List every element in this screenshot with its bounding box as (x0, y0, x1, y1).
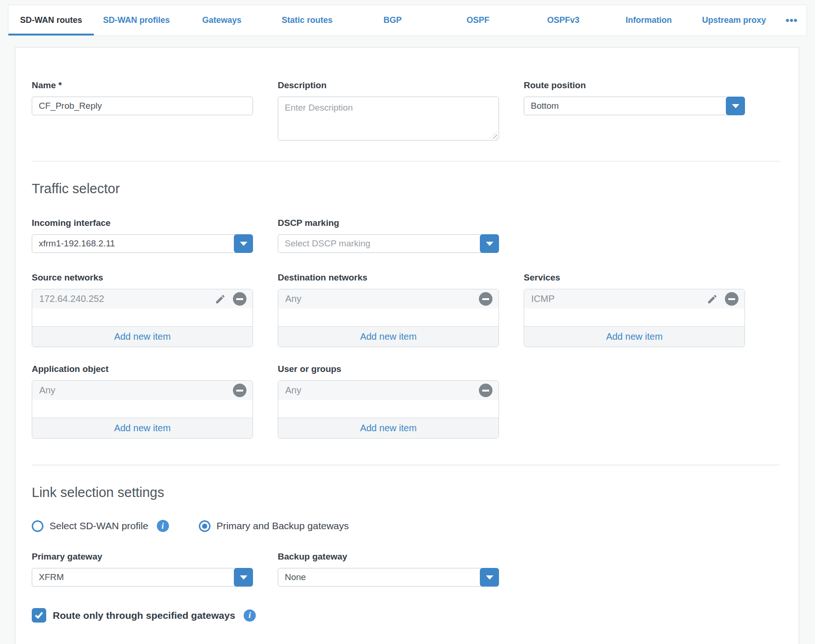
radio-label: Select SD-WAN profile (49, 520, 148, 532)
backup-gateway-field-group: Backup gateway None (278, 552, 499, 587)
radio-selected-icon[interactable] (199, 520, 211, 532)
tab-sdwan-routes[interactable]: SD-WAN routes (8, 5, 94, 35)
source-networks-label: Source networks (32, 273, 253, 283)
sdwan-route-form: Name * Description Route position Bottom… (15, 47, 799, 644)
list-item: 172.64.240.252 (32, 289, 253, 308)
remove-icon[interactable] (233, 384, 246, 397)
radio-unselected-icon[interactable] (32, 520, 43, 532)
tab-ospfv3[interactable]: OSPFv3 (520, 5, 606, 35)
source-network-value: 172.64.240.252 (39, 294, 214, 304)
name-label: Name * (32, 80, 253, 91)
remove-icon[interactable] (725, 292, 738, 306)
backup-gateway-value: None (285, 572, 306, 582)
services-add-button[interactable]: Add new item (524, 326, 745, 347)
route-position-select[interactable]: Bottom (524, 97, 745, 115)
route-only-label: Route only through specified gateways (53, 610, 235, 621)
user-or-groups-field-group: User or groups Any Add new item (278, 364, 499, 439)
user-or-groups-label: User or groups (278, 364, 499, 374)
destination-network-value: Any (285, 294, 479, 304)
more-tabs-icon[interactable]: ••• (777, 5, 807, 35)
dscp-marking-label: DSCP marking (278, 218, 499, 228)
networks-services-row: Source networks 172.64.240.252 Add new i… (32, 273, 780, 347)
remove-icon[interactable] (233, 292, 246, 306)
user-or-groups-listbox: Any Add new item (278, 380, 499, 439)
radio-select-sdwan-profile[interactable]: Select SD-WAN profile (32, 520, 148, 532)
listbox-spacer (32, 308, 253, 326)
list-item: Any (32, 381, 253, 400)
basic-settings-row: Name * Description Route position Bottom (32, 80, 780, 140)
route-only-row: Route only through specified gateways i (32, 608, 780, 623)
description-textarea[interactable] (278, 97, 499, 140)
info-icon[interactable]: i (157, 520, 169, 532)
minus-bar (236, 298, 243, 300)
dscp-marking-dropdown-button[interactable] (480, 234, 499, 253)
incoming-interface-label: Incoming interface (32, 218, 253, 228)
info-icon[interactable]: i (244, 609, 256, 622)
description-textarea-wrap (278, 97, 499, 140)
tab-bgp[interactable]: BGP (350, 5, 436, 35)
backup-gateway-dropdown-button[interactable] (480, 568, 499, 587)
radio-primary-backup-gateways[interactable]: Primary and Backup gateways (199, 520, 349, 532)
list-item: Any (278, 381, 499, 400)
dscp-marking-field-group: DSCP marking Select DSCP marking (278, 218, 499, 253)
listbox-spacer (32, 400, 253, 418)
backup-gateway-select[interactable]: None (278, 568, 499, 587)
route-position-value: Bottom (531, 101, 559, 111)
tab-static-routes[interactable]: Static routes (265, 5, 350, 35)
destination-networks-label: Destination networks (278, 273, 499, 283)
minus-bar (236, 390, 243, 392)
name-input[interactable] (32, 97, 253, 115)
chevron-down-icon (240, 242, 247, 246)
source-networks-add-button[interactable]: Add new item (32, 326, 253, 347)
application-object-field-group: Application object Any Add new item (32, 364, 253, 439)
section-divider (32, 465, 780, 465)
remove-icon[interactable] (479, 292, 492, 306)
tab-ospf[interactable]: OSPF (435, 5, 520, 35)
service-value: ICMP (531, 294, 706, 304)
checkbox-checked-icon[interactable] (32, 608, 46, 623)
list-item: Any (278, 289, 499, 308)
primary-gateway-value: XFRM (39, 572, 64, 582)
incoming-interface-value: xfrm1-192.168.2.11 (39, 238, 115, 249)
description-field-group: Description (278, 80, 499, 140)
link-selection-heading: Link selection settings (32, 485, 780, 500)
destination-networks-field-group: Destination networks Any Add new item (278, 273, 499, 347)
tab-gateways[interactable]: Gateways (179, 5, 265, 35)
remove-icon[interactable] (479, 384, 492, 397)
application-object-label: Application object (32, 364, 253, 374)
destination-networks-add-button[interactable]: Add new item (278, 326, 499, 347)
user-or-groups-value: Any (285, 385, 479, 396)
application-object-add-button[interactable]: Add new item (32, 418, 253, 438)
route-position-label: Route position (524, 80, 745, 91)
services-label: Services (524, 273, 745, 283)
primary-gateway-select[interactable]: XFRM (32, 568, 253, 587)
gateway-row: Primary gateway XFRM Backup gateway None (32, 552, 780, 587)
dscp-marking-select[interactable]: Select DSCP marking (278, 234, 499, 253)
minus-bar (482, 390, 489, 392)
source-networks-listbox: 172.64.240.252 Add new item (32, 289, 253, 347)
services-field-group: Services ICMP Add new item (524, 273, 745, 347)
route-position-dropdown-button[interactable] (726, 97, 745, 115)
user-or-groups-add-button[interactable]: Add new item (278, 418, 499, 438)
tab-sdwan-profiles[interactable]: SD-WAN profiles (94, 5, 179, 35)
incoming-interface-dropdown-button[interactable] (234, 234, 253, 253)
edit-icon[interactable] (214, 293, 226, 305)
list-item: ICMP (524, 289, 745, 308)
incoming-interface-select[interactable]: xfrm1-192.168.2.11 (32, 234, 253, 253)
section-divider (32, 161, 780, 161)
edit-icon[interactable] (706, 293, 718, 305)
chevron-down-icon (240, 575, 247, 580)
destination-networks-listbox: Any Add new item (278, 289, 499, 347)
tab-information[interactable]: Information (606, 5, 691, 35)
application-object-value: Any (39, 385, 233, 396)
application-object-listbox: Any Add new item (32, 380, 253, 439)
chevron-down-icon (486, 242, 493, 246)
radio-label: Primary and Backup gateways (217, 520, 349, 532)
tab-upstream-proxy[interactable]: Upstream proxy (691, 5, 777, 35)
tab-bar: SD-WAN routes SD-WAN profiles Gateways S… (8, 5, 807, 36)
minus-bar (482, 298, 489, 300)
checkmark-icon (35, 610, 43, 618)
description-label: Description (278, 80, 499, 91)
route-position-field-group: Route position Bottom (524, 80, 745, 140)
primary-gateway-dropdown-button[interactable] (234, 568, 253, 587)
